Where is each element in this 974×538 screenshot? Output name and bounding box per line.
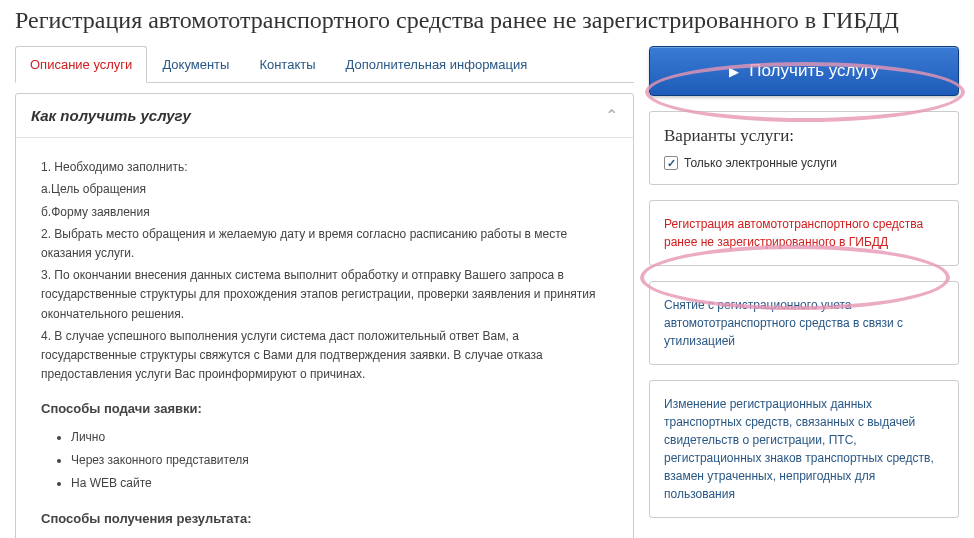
accordion-content: 1. Необходимо заполнить: а.Цель обращени… [16, 138, 633, 538]
play-icon: ▶ [729, 64, 739, 79]
tabs: Описание услуги Документы Контакты Допол… [15, 46, 634, 83]
checkbox-row[interactable]: ✓ Только электронные услуги [664, 156, 944, 170]
tab-additional[interactable]: Дополнительная информация [331, 46, 543, 82]
step-1: 1. Необходимо заполнить: [41, 158, 608, 177]
related-link-active[interactable]: Регистрация автомототранспортного средст… [664, 215, 944, 251]
variants-title: Варианты услуги: [664, 126, 944, 146]
related-link[interactable]: Изменение регистрационных данных транспо… [664, 395, 944, 503]
variants-box: Варианты услуги: ✓ Только электронные ус… [649, 111, 959, 185]
step-1a: а.Цель обращения [41, 180, 608, 199]
accordion-header[interactable]: Как получить услугу ⌃ [16, 94, 633, 138]
tab-documents[interactable]: Документы [147, 46, 244, 82]
list-item: Через законного представителя [71, 451, 608, 470]
accordion-panel: Как получить услугу ⌃ 1. Необходимо запо… [15, 93, 634, 538]
page-title: Регистрация автомототранспортного средст… [15, 5, 959, 36]
get-service-button[interactable]: ▶ Получить услугу [649, 46, 959, 96]
accordion-title: Как получить услугу [31, 107, 191, 124]
chevron-up-icon: ⌃ [605, 106, 618, 125]
list-item: На WEB сайте [71, 474, 608, 493]
related-box: Регистрация автомототранспортного средст… [649, 200, 959, 266]
step-1b: б.Форму заявления [41, 203, 608, 222]
submit-heading: Способы подачи заявки: [41, 399, 608, 420]
submit-list: Лично Через законного представителя На W… [41, 428, 608, 494]
step-4: 4. В случае успешного выполнения услуги … [41, 327, 608, 385]
related-box: Изменение регистрационных данных транспо… [649, 380, 959, 518]
cta-label: Получить услугу [749, 61, 878, 81]
tab-description[interactable]: Описание услуги [15, 46, 147, 83]
related-link[interactable]: Снятие с регистрационного учета автомото… [664, 296, 944, 350]
tab-contacts[interactable]: Контакты [244, 46, 330, 82]
checkbox-label: Только электронные услуги [684, 156, 837, 170]
step-3: 3. По окончании внесения данных система … [41, 266, 608, 324]
checkbox-icon: ✓ [664, 156, 678, 170]
related-box: Снятие с регистрационного учета автомото… [649, 281, 959, 365]
step-2: 2. Выбрать место обращения и желаемую да… [41, 225, 608, 263]
list-item: Лично [71, 428, 608, 447]
result-heading: Способы получения результата: [41, 509, 608, 530]
